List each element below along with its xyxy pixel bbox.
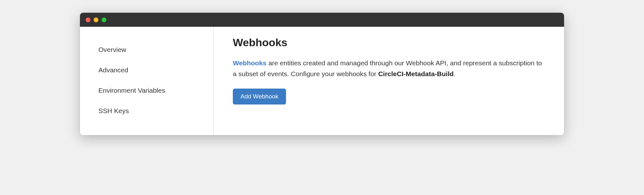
sidebar-item-environment-variables[interactable]: Environment Variables — [80, 80, 213, 101]
sidebar-item-advanced[interactable]: Advanced — [80, 60, 213, 80]
webhooks-link[interactable]: Webhooks — [233, 59, 267, 67]
project-name: CircleCI-Metadata-Build — [378, 70, 454, 77]
sidebar-item-ssh-keys[interactable]: SSH Keys — [80, 101, 213, 121]
sidebar: Overview Advanced Environment Variables … — [80, 27, 214, 135]
add-webhook-button[interactable]: Add Webhook — [233, 89, 286, 105]
webhooks-description: Webhooks are entities created and manage… — [233, 58, 545, 79]
content-area: Overview Advanced Environment Variables … — [80, 27, 564, 135]
page-title: Webhooks — [233, 36, 545, 49]
titlebar — [80, 13, 564, 27]
sidebar-item-overview[interactable]: Overview — [80, 40, 213, 60]
description-text-2: . — [454, 70, 455, 77]
main-panel: Webhooks Webhooks are entities created a… — [214, 27, 564, 135]
minimize-window-button[interactable] — [94, 18, 98, 22]
close-window-button[interactable] — [86, 18, 90, 22]
maximize-window-button[interactable] — [102, 18, 106, 22]
app-window: Overview Advanced Environment Variables … — [80, 13, 564, 135]
